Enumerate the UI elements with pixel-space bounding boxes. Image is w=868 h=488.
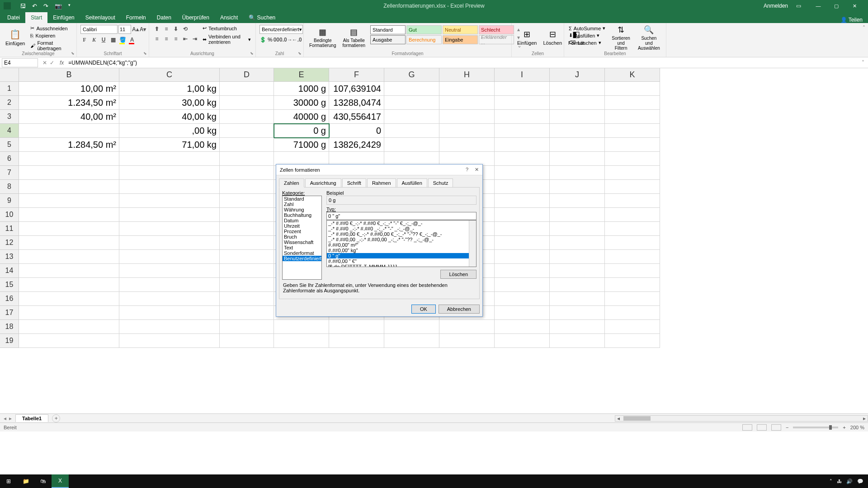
cell-I7[interactable] <box>495 166 550 180</box>
wrap-text-button[interactable]: ↩Textumbruch <box>202 25 252 32</box>
cell-D15[interactable] <box>220 278 274 292</box>
cell-D4[interactable] <box>220 124 274 138</box>
category-item[interactable]: Währung <box>283 207 321 212</box>
cell-C1[interactable]: 1,00 kg <box>119 82 220 96</box>
category-item[interactable]: Uhrzeit <box>283 223 321 229</box>
type-item[interactable]: 0 " g" <box>327 253 476 258</box>
ribbon-tab-einfügen[interactable]: Einfügen <box>47 12 80 23</box>
column-header-D[interactable]: D <box>220 68 274 82</box>
ribbon-tab-suchen[interactable]: 🔍 Suchen <box>243 12 281 23</box>
dialog-tab-schrift[interactable]: Schrift <box>342 178 366 188</box>
underline-button[interactable]: U <box>99 36 108 44</box>
font-size-select[interactable] <box>118 25 131 34</box>
style-schlecht[interactable]: Schlecht <box>479 25 514 34</box>
fx-icon[interactable]: fx <box>57 60 66 66</box>
grow-font-button[interactable]: A▴ <box>132 25 139 33</box>
cell-C15[interactable] <box>119 278 220 292</box>
type-item[interactable]: _-* #.##0 €_-;-* #.##0 €_-;_-* "-" €_-;_… <box>327 221 476 226</box>
cell-E18[interactable] <box>274 320 329 334</box>
cell-J5[interactable] <box>550 138 605 152</box>
align-right-button[interactable]: ≡ <box>172 35 180 43</box>
cell-E19[interactable] <box>274 334 329 348</box>
row-header-12[interactable]: 12 <box>0 236 19 250</box>
cell-B8[interactable] <box>19 180 119 194</box>
cell-J18[interactable] <box>550 320 605 334</box>
sheet-nav-last[interactable]: ▸ <box>9 415 12 422</box>
decrease-indent-button[interactable]: ⇤ <box>181 35 189 43</box>
cell-J1[interactable] <box>550 82 605 96</box>
cancel-button[interactable]: Abbrechen <box>439 305 480 314</box>
cell-I2[interactable] <box>495 96 550 110</box>
clipboard-dialog-launcher[interactable]: ⬊ <box>71 51 75 56</box>
cell-I6[interactable] <box>495 152 550 166</box>
minimize-button[interactable]: — <box>809 0 827 12</box>
qat-save-icon[interactable]: 🖫 <box>20 3 26 9</box>
cell-J3[interactable] <box>550 110 605 124</box>
align-top-button[interactable]: ⬆ <box>153 25 161 33</box>
cell-B9[interactable] <box>19 194 119 208</box>
column-header-I[interactable]: I <box>495 68 550 82</box>
qat-touch-icon[interactable]: 📷 <box>55 3 62 9</box>
type-list-scrollbar[interactable] <box>469 221 476 267</box>
cell-D1[interactable] <box>220 82 274 96</box>
percent-button[interactable]: % <box>268 36 273 44</box>
cell-K2[interactable] <box>605 96 660 110</box>
row-header-17[interactable]: 17 <box>0 306 19 320</box>
cell-G5[interactable] <box>384 138 439 152</box>
taskbar-excel[interactable]: X <box>52 474 69 488</box>
name-box[interactable] <box>2 58 38 67</box>
cell-J14[interactable] <box>550 264 605 278</box>
cell-I10[interactable] <box>495 208 550 222</box>
number-dialog-launcher[interactable]: ⬊ <box>298 51 302 56</box>
cell-B16[interactable] <box>19 292 119 306</box>
delete-cells-button[interactable]: ⊟Löschen <box>541 25 564 50</box>
row-header-14[interactable]: 14 <box>0 264 19 278</box>
cell-J13[interactable] <box>550 250 605 264</box>
cell-D5[interactable] <box>220 138 274 152</box>
merge-center-button[interactable]: ⬌Verbinden und zentrieren ▾ <box>202 33 252 45</box>
cell-H2[interactable] <box>439 96 495 110</box>
cell-C18[interactable] <box>119 320 220 334</box>
cell-K6[interactable] <box>605 152 660 166</box>
cell-C7[interactable] <box>119 166 220 180</box>
style-eingabe[interactable]: Eingabe <box>443 35 478 44</box>
row-header-10[interactable]: 10 <box>0 208 19 222</box>
font-name-select[interactable] <box>80 25 118 34</box>
row-header-16[interactable]: 16 <box>0 292 19 306</box>
paste-button[interactable]: 📋 Einfügen <box>4 25 27 50</box>
cell-B18[interactable] <box>19 320 119 334</box>
cell-G1[interactable] <box>384 82 439 96</box>
align-center-button[interactable]: ≡ <box>162 35 170 43</box>
cell-F3[interactable]: 430,556417 <box>329 110 384 124</box>
cell-B14[interactable] <box>19 264 119 278</box>
cell-B15[interactable] <box>19 278 119 292</box>
cell-J16[interactable] <box>550 292 605 306</box>
cell-C13[interactable] <box>119 250 220 264</box>
cell-K4[interactable] <box>605 124 660 138</box>
cell-D14[interactable] <box>220 264 274 278</box>
tray-up-icon[interactable]: ˄ <box>830 479 832 484</box>
select-all-corner[interactable] <box>0 68 19 82</box>
cell-K3[interactable] <box>605 110 660 124</box>
row-header-9[interactable]: 9 <box>0 194 19 208</box>
border-button[interactable]: ▦ <box>109 36 117 44</box>
format-as-table-button[interactable]: ▤Als Tabelle formatieren <box>340 25 367 50</box>
tray-volume-icon[interactable]: 🔊 <box>846 479 853 484</box>
zoom-slider[interactable] <box>793 427 838 428</box>
type-item[interactable]: #.##0,00" kg" <box>327 248 476 253</box>
cell-K16[interactable] <box>605 292 660 306</box>
fill-color-button[interactable]: 🪣 <box>118 36 127 44</box>
category-item[interactable]: Prozent <box>283 229 321 234</box>
cell-J17[interactable] <box>550 306 605 320</box>
ribbon-display-icon[interactable]: ▭ <box>796 3 801 9</box>
cell-I1[interactable] <box>495 82 550 96</box>
cell-I15[interactable] <box>495 278 550 292</box>
cell-B13[interactable] <box>19 250 119 264</box>
column-header-H[interactable]: H <box>439 68 495 82</box>
sheet-nav-first[interactable]: ◂ <box>4 415 6 422</box>
cell-J8[interactable] <box>550 180 605 194</box>
zoom-out-button[interactable]: − <box>786 425 788 430</box>
cell-D19[interactable] <box>220 334 274 348</box>
add-sheet-button[interactable]: + <box>52 414 60 422</box>
align-left-button[interactable]: ≡ <box>153 35 161 43</box>
